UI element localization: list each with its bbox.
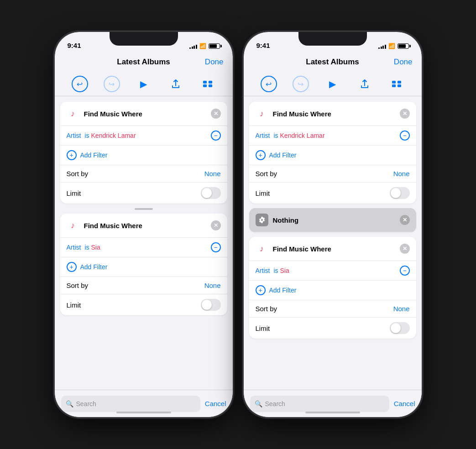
sort-label-right-2: Sort by: [256, 305, 393, 313]
limit-toggle-left-2[interactable]: [201, 299, 221, 311]
card-header-right-2: ♪ Find Music Where ✕: [249, 237, 416, 261]
filter-is-right-1[interactable]: is: [273, 132, 278, 139]
limit-toggle-left-1[interactable]: [201, 187, 221, 199]
filter-artist-right-1[interactable]: Artist: [256, 132, 270, 139]
add-filter-label-right-1[interactable]: Add Filter: [269, 151, 297, 159]
signal-bar-r2: [381, 47, 382, 49]
home-indicator-left: [116, 412, 171, 413]
scroll-content-right[interactable]: ♪ Find Music Where ✕ Artist is Kendrick …: [244, 100, 422, 391]
signal-bar-r1: [378, 47, 380, 49]
filter-row-left-1: Artist is Kendrick Lamar −: [60, 126, 227, 146]
battery-icon-right: [398, 43, 409, 49]
scroll-content-left[interactable]: ♪ Find Music Where ✕ Artist is Kendrick …: [55, 100, 233, 391]
phone-right: 9:41 📶 Latest Albums Done ↩ ↪: [244, 32, 422, 417]
filter-artist-right-2[interactable]: Artist: [256, 267, 270, 274]
filter-value-left-2[interactable]: Sia: [91, 244, 100, 251]
filter-artist-left-1[interactable]: Artist: [67, 132, 81, 139]
nav-done-left[interactable]: Done: [205, 57, 224, 67]
sort-value-left-2[interactable]: None: [204, 282, 221, 289]
filter-minus-left-2[interactable]: −: [211, 242, 221, 252]
add-filter-btn-right-2[interactable]: +: [256, 285, 266, 295]
search-cancel-right[interactable]: Cancel: [394, 400, 415, 407]
music-icon-left-2: ♪: [67, 219, 79, 232]
share-button-left[interactable]: [167, 76, 184, 92]
search-icon-left: 🔍: [66, 400, 73, 407]
phone-left: 9:41 📶 Latest Albums Done ↩ ↪: [55, 32, 233, 417]
filter-minus-right-2[interactable]: −: [400, 266, 410, 276]
add-filter-btn-left-2[interactable]: +: [67, 262, 77, 272]
search-input-wrap-right[interactable]: 🔍 Search: [250, 396, 389, 412]
gear-icon-right: [256, 214, 268, 226]
undo-button-left[interactable]: ↩: [72, 76, 88, 92]
sort-value-left-1[interactable]: None: [204, 170, 221, 178]
nav-bar-left: Latest Albums Done: [55, 52, 233, 72]
filter-artist-left-2[interactable]: Artist: [67, 244, 81, 251]
toolbar-left: ↩ ↪ ▶: [55, 72, 233, 96]
options-button-left[interactable]: [199, 76, 216, 92]
svg-rect-7: [398, 84, 401, 87]
card-title-left-1: Find Music Where: [84, 110, 211, 118]
options-icon-left: [203, 80, 213, 88]
signal-bars-left: [189, 43, 197, 49]
close-button-left-1[interactable]: ✕: [211, 109, 221, 119]
sort-value-right-2[interactable]: None: [393, 305, 410, 313]
status-icons-left: 📶: [189, 43, 220, 49]
music-icon-left-1: ♪: [67, 107, 79, 120]
filter-row-right-2: Artist is Sia −: [249, 261, 416, 281]
signal-bar-4: [196, 45, 197, 49]
nothing-title-right: Nothing: [273, 216, 400, 224]
nav-title-left: Latest Albums: [117, 57, 170, 67]
find-music-card-right-1: ♪ Find Music Where ✕ Artist is Kendrick …: [249, 102, 416, 204]
filter-is-right-2[interactable]: is: [273, 267, 278, 274]
status-time-right: 9:41: [256, 42, 270, 49]
redo-button-left[interactable]: ↪: [104, 76, 120, 92]
play-button-right[interactable]: ▶: [324, 76, 341, 92]
filter-is-left-1[interactable]: is: [84, 132, 89, 139]
limit-toggle-right-2[interactable]: [390, 322, 410, 334]
limit-label-right-2: Limit: [256, 324, 390, 332]
card-header-left-1: ♪ Find Music Where ✕: [60, 102, 227, 126]
search-cancel-left[interactable]: Cancel: [205, 400, 226, 407]
filter-row-left-2: Artist is Sia −: [60, 238, 227, 257]
find-music-card-left-2: ♪ Find Music Where ✕ Artist is Sia − + A…: [60, 214, 227, 315]
filter-is-left-2[interactable]: is: [84, 244, 89, 251]
play-button-left[interactable]: ▶: [136, 76, 152, 92]
close-button-right-2[interactable]: ✕: [400, 244, 410, 254]
notch-right: [298, 32, 367, 46]
filter-value-right-2[interactable]: Sia: [280, 267, 289, 274]
share-button-right[interactable]: [356, 76, 373, 92]
close-button-left-2[interactable]: ✕: [211, 220, 221, 230]
sort-label-left-1: Sort by: [67, 170, 204, 178]
filter-minus-right-1[interactable]: −: [400, 131, 410, 141]
limit-row-right-1: Limit: [249, 183, 416, 204]
add-filter-label-left-2[interactable]: Add Filter: [80, 263, 108, 271]
filter-minus-left-1[interactable]: −: [211, 131, 221, 141]
limit-label-left-2: Limit: [67, 301, 201, 309]
close-button-right-1[interactable]: ✕: [400, 109, 410, 119]
limit-label-left-1: Limit: [67, 189, 201, 197]
wifi-icon-left: 📶: [199, 43, 206, 49]
options-button-right[interactable]: [388, 76, 405, 92]
redo-button-right[interactable]: ↪: [293, 76, 309, 92]
add-filter-label-left-1[interactable]: Add Filter: [80, 151, 108, 159]
limit-toggle-right-1[interactable]: [390, 187, 410, 199]
undo-button-right[interactable]: ↩: [261, 76, 277, 92]
card-header-left-2: ♪ Find Music Where ✕: [60, 214, 227, 238]
add-filter-btn-right-1[interactable]: +: [256, 150, 266, 160]
add-filter-row-left-2: + Add Filter: [60, 257, 227, 277]
sort-value-right-1[interactable]: None: [393, 170, 410, 178]
filter-value-right-1[interactable]: Kendrick Lamar: [280, 132, 325, 139]
card-title-left-2: Find Music Where: [84, 222, 211, 230]
share-icon-left: [172, 79, 180, 89]
add-filter-btn-left-1[interactable]: +: [67, 150, 77, 160]
card-title-right-1: Find Music Where: [273, 110, 400, 118]
status-time-left: 9:41: [68, 42, 81, 49]
filter-value-left-1[interactable]: Kendrick Lamar: [91, 132, 136, 139]
nothing-header-right: Nothing ✕: [249, 208, 416, 232]
search-input-wrap-left[interactable]: 🔍 Search: [61, 396, 200, 412]
share-icon-right: [361, 79, 369, 89]
nav-done-right[interactable]: Done: [394, 57, 413, 67]
add-filter-label-right-2[interactable]: Add Filter: [269, 287, 297, 294]
sort-row-left-1: Sort by None: [60, 165, 227, 183]
close-button-nothing-right[interactable]: ✕: [400, 215, 410, 225]
